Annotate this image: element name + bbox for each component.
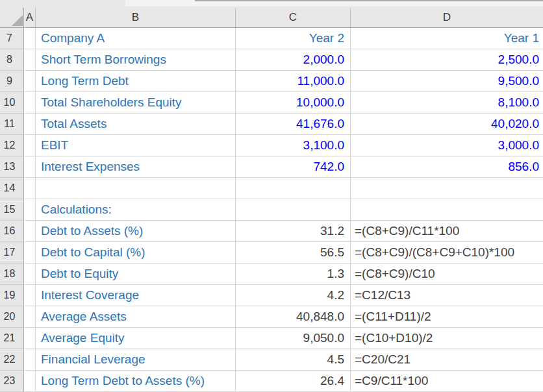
cell-B21[interactable]: Average Equity (36, 328, 236, 349)
cell-C23[interactable]: 26.4 (236, 371, 351, 392)
cell-D10[interactable]: 8,100.0 (351, 92, 543, 114)
column-header-b[interactable]: B (36, 8, 236, 28)
cell-C17[interactable]: 56.5 (236, 242, 351, 263)
select-all-triangle-icon (12, 15, 23, 26)
cell-A21[interactable] (24, 328, 36, 349)
cell-A16[interactable] (24, 221, 36, 242)
cell-D9[interactable]: 9,500.0 (351, 71, 543, 92)
cell-A13[interactable] (24, 156, 36, 178)
row-header-19[interactable]: 19 (0, 285, 24, 306)
cell-B7[interactable]: Company A (36, 28, 236, 49)
cell-D11[interactable]: 40,020.0 (351, 114, 543, 135)
cell-C22[interactable]: 4.5 (236, 349, 351, 371)
row-header-16[interactable]: 16 (0, 221, 24, 242)
cell-A10[interactable] (24, 92, 36, 114)
cell-C12[interactable]: 3,100.0 (236, 135, 351, 156)
row-header-11[interactable]: 11 (0, 114, 24, 135)
row-header-10[interactable]: 10 (0, 92, 24, 114)
cell-D18[interactable]: =(C8+C9)/C10 (351, 263, 543, 285)
cell-D12[interactable]: 3,000.0 (351, 135, 543, 156)
row-header-8[interactable]: 8 (0, 49, 24, 71)
cell-D16[interactable]: =(C8+C9)/C11*100 (351, 221, 543, 242)
spreadsheet-window: A B C D 7 Company A Year 2 Year 1 8 Shor… (0, 0, 543, 392)
column-header-d[interactable]: D (351, 8, 543, 28)
cell-C14[interactable] (236, 178, 351, 199)
cell-B18[interactable]: Debt to Equity (36, 263, 236, 285)
cell-D20[interactable]: =(C11+D11)/2 (351, 306, 543, 328)
row-header-7[interactable]: 7 (0, 28, 24, 49)
cell-C8[interactable]: 2,000.0 (236, 49, 351, 71)
cell-C15[interactable] (236, 199, 351, 221)
cell-C18[interactable]: 1.3 (236, 263, 351, 285)
cell-A8[interactable] (24, 49, 36, 71)
row-header-12[interactable]: 12 (0, 135, 24, 156)
cell-A15[interactable] (24, 199, 36, 221)
formula-bar-border (195, 0, 543, 1)
cell-D15[interactable] (351, 199, 543, 221)
cell-D8[interactable]: 2,500.0 (351, 49, 543, 71)
cell-B20[interactable]: Average Assets (36, 306, 236, 328)
row-header-14[interactable]: 14 (0, 178, 24, 199)
cell-A11[interactable] (24, 114, 36, 135)
cell-B10[interactable]: Total Shareholders Equity (36, 92, 236, 114)
cell-A22[interactable] (24, 349, 36, 371)
cell-D7[interactable]: Year 1 (351, 28, 543, 49)
cell-B15[interactable]: Calculations: (36, 199, 236, 221)
column-header-c[interactable]: C (236, 8, 351, 28)
row-header-21[interactable]: 21 (0, 328, 24, 349)
cell-C7[interactable]: Year 2 (236, 28, 351, 49)
cell-B12[interactable]: EBIT (36, 135, 236, 156)
cell-A20[interactable] (24, 306, 36, 328)
row-header-9[interactable]: 9 (0, 71, 24, 92)
row-header-15[interactable]: 15 (0, 199, 24, 221)
cell-D13[interactable]: 856.0 (351, 156, 543, 178)
cell-A14[interactable] (24, 178, 36, 199)
cell-B23[interactable]: Long Term Debt to Assets (%) (36, 371, 236, 392)
cell-A7[interactable] (24, 28, 36, 49)
cell-D19[interactable]: =C12/C13 (351, 285, 543, 306)
row-header-13[interactable]: 13 (0, 156, 24, 178)
cell-B17[interactable]: Debt to Capital (%) (36, 242, 236, 263)
cell-D23[interactable]: =C9/C11*100 (351, 371, 543, 392)
cell-B16[interactable]: Debt to Assets (%) (36, 221, 236, 242)
cell-D17[interactable]: =(C8+C9)/(C8+C9+C10)*100 (351, 242, 543, 263)
cell-A23[interactable] (24, 371, 36, 392)
worksheet-grid: A B C D 7 Company A Year 2 Year 1 8 Shor… (0, 8, 543, 392)
cell-A19[interactable] (24, 285, 36, 306)
cell-C10[interactable]: 10,000.0 (236, 92, 351, 114)
cell-C19[interactable]: 4.2 (236, 285, 351, 306)
row-header-22[interactable]: 22 (0, 349, 24, 371)
cell-B8[interactable]: Short Term Borrowings (36, 49, 236, 71)
cell-C9[interactable]: 11,000.0 (236, 71, 351, 92)
row-header-23[interactable]: 23 (0, 371, 24, 392)
formula-bar-bottom-strip (0, 0, 543, 8)
cell-C11[interactable]: 41,676.0 (236, 114, 351, 135)
cell-A9[interactable] (24, 71, 36, 92)
cell-C13[interactable]: 742.0 (236, 156, 351, 178)
row-header-18[interactable]: 18 (0, 263, 24, 285)
cell-D21[interactable]: =(C10+D10)/2 (351, 328, 543, 349)
column-header-a[interactable]: A (24, 8, 36, 28)
cell-B11[interactable]: Total Assets (36, 114, 236, 135)
cell-B22[interactable]: Financial Leverage (36, 349, 236, 371)
cell-D14[interactable] (351, 178, 543, 199)
cell-D22[interactable]: =C20/C21 (351, 349, 543, 371)
cell-C21[interactable]: 9,050.0 (236, 328, 351, 349)
row-header-17[interactable]: 17 (0, 242, 24, 263)
cell-C20[interactable]: 40,848.0 (236, 306, 351, 328)
cell-A18[interactable] (24, 263, 36, 285)
cell-A12[interactable] (24, 135, 36, 156)
cell-B13[interactable]: Interest Expenses (36, 156, 236, 178)
cell-B14[interactable] (36, 178, 236, 199)
cell-B19[interactable]: Interest Coverage (36, 285, 236, 306)
cell-A17[interactable] (24, 242, 36, 263)
row-header-20[interactable]: 20 (0, 306, 24, 328)
cell-B9[interactable]: Long Term Debt (36, 71, 236, 92)
cell-C16[interactable]: 31.2 (236, 221, 351, 242)
select-all-button[interactable] (0, 8, 24, 28)
